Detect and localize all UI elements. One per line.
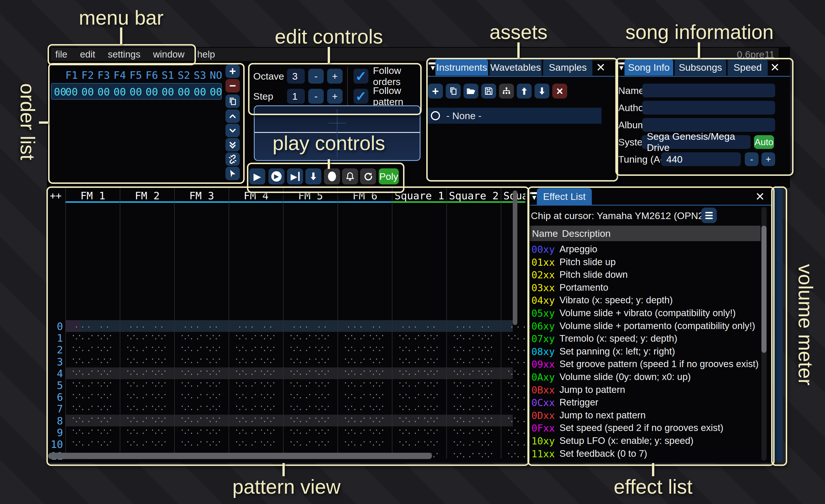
tab-song-info[interactable]: Song Info: [624, 59, 673, 76]
play-from-cursor-button[interactable]: ▶: [287, 168, 303, 184]
poly-button[interactable]: Poly: [379, 168, 399, 184]
record-button[interactable]: [324, 168, 340, 184]
channel-header-fm-3[interactable]: FM 3: [174, 190, 229, 201]
order-cell[interactable]: 00: [192, 86, 208, 98]
step-one-row-button[interactable]: [305, 168, 321, 184]
close-icon[interactable]: ×: [770, 60, 779, 74]
open-asset-button[interactable]: [463, 84, 478, 98]
play-button[interactable]: ▶: [249, 168, 265, 184]
tuning-field[interactable]: 440: [661, 152, 741, 166]
tab-samples[interactable]: Samples: [543, 59, 592, 76]
metronome-button[interactable]: [342, 168, 358, 184]
album-field[interactable]: [642, 118, 775, 132]
pattern-horizontal-scrollbar[interactable]: [48, 453, 432, 459]
tab-instruments[interactable]: Instruments: [435, 59, 488, 76]
order-cell[interactable]: 00: [208, 86, 224, 98]
tab-subsongs[interactable]: Subsongs: [675, 59, 726, 76]
effect-code: 00xy: [531, 244, 555, 255]
order-cell[interactable]: 00: [128, 86, 144, 98]
effect-list-scrollbar-thumb[interactable]: [761, 226, 766, 353]
step-minus-button[interactable]: -: [308, 89, 324, 104]
order-cell[interactable]: 00: [160, 86, 176, 98]
edit-controls-panel: Octave 3 - + Step 1 - + ✓ Follow orders …: [248, 63, 419, 112]
toggle-folder-view-button[interactable]: [499, 84, 514, 98]
channel-header-fm-2[interactable]: FM 2: [120, 190, 174, 201]
close-icon[interactable]: ×: [596, 60, 605, 74]
channel-header-fm-1[interactable]: FM 1: [66, 190, 120, 201]
octave-value[interactable]: 3: [287, 69, 305, 84]
channel-header-fm-4[interactable]: FM 4: [229, 190, 283, 201]
duplicate-asset-button[interactable]: [446, 84, 461, 98]
order-cell[interactable]: 00: [64, 86, 80, 98]
effect-description: Volume slide + portamento (compatibility…: [559, 321, 755, 331]
effect-code: 02xx: [531, 269, 555, 281]
octave-plus-button[interactable]: +: [327, 69, 343, 84]
channel-header-square-2[interactable]: Square 2: [447, 190, 501, 201]
record-icon: [328, 172, 336, 181]
play-pattern-button[interactable]: ▶: [269, 168, 285, 184]
follow-orders-checkbox[interactable]: ✓: [354, 69, 368, 84]
effect-description: Arpeggio: [559, 244, 597, 255]
order-cell[interactable]: 00: [96, 86, 112, 98]
follow-pattern-checkbox[interactable]: ✓: [354, 89, 368, 104]
pattern-corner-button[interactable]: ++: [50, 190, 62, 201]
channel-header-fm-5[interactable]: FM 5: [283, 190, 338, 201]
tab-wavetables[interactable]: Wavetables: [490, 59, 542, 76]
radio-icon: [431, 111, 440, 120]
duplicate-order-button[interactable]: [225, 94, 240, 108]
tab-speed[interactable]: Speed: [728, 59, 768, 76]
name-field[interactable]: [642, 84, 775, 97]
menu-item-settings[interactable]: settings: [108, 49, 140, 60]
follow-orders-label[interactable]: Follow orders: [373, 69, 419, 84]
save-asset-button[interactable]: [481, 84, 496, 98]
tuning-minus-button[interactable]: -: [745, 152, 759, 166]
menu-item-edit[interactable]: edit: [80, 49, 95, 60]
add-order-button[interactable]: +: [225, 65, 240, 78]
move-order-up-button[interactable]: [225, 109, 240, 123]
order-cell[interactable]: 00: [144, 86, 160, 98]
order-cell[interactable]: 00: [176, 86, 192, 98]
octave-label: Octave: [253, 69, 284, 84]
annotation-edit-controls: edit controls: [275, 25, 383, 48]
instrument-list-item[interactable]: - None -: [427, 108, 602, 124]
step-plus-button[interactable]: +: [327, 89, 343, 104]
author-field[interactable]: [642, 101, 775, 114]
pattern-row-number: 0: [48, 321, 63, 332]
double-chevron-down-icon: [228, 140, 237, 150]
channel-header-square-1[interactable]: Square 1: [392, 190, 447, 201]
effect-description: Setup LFO (x: enable; y: speed): [559, 435, 693, 446]
repeat-pattern-button[interactable]: [360, 168, 376, 184]
delete-asset-button[interactable]: ×: [552, 84, 567, 98]
menu-item-help[interactable]: help: [197, 49, 215, 60]
remove-order-button[interactable]: −: [225, 79, 240, 92]
move-asset-down-button[interactable]: [534, 84, 549, 98]
menu-item-window[interactable]: window: [153, 49, 184, 60]
move-order-down-more-button[interactable]: [225, 138, 240, 152]
pattern-view[interactable]: FM 1··· ·· ·· ······· ·· ·· ······· ·· ·…: [48, 187, 525, 462]
auto-system-button[interactable]: Auto: [754, 135, 774, 149]
play-circle-icon: ▶: [271, 171, 282, 182]
channel-underline: [120, 201, 174, 203]
move-order-down-button[interactable]: [225, 124, 240, 137]
order-cell[interactable]: 00: [112, 86, 128, 98]
pattern-row-number: 5: [48, 380, 63, 391]
octave-minus-button[interactable]: -: [308, 69, 324, 84]
add-asset-button[interactable]: +: [428, 84, 443, 98]
deep-clone-order-button[interactable]: [225, 152, 240, 166]
system-select[interactable]: Sega Genesis/Mega Drive: [642, 135, 751, 149]
pattern-cell[interactable]: ··· ·· ·· ····: [447, 452, 501, 462]
order-edit-mode-button[interactable]: [225, 167, 240, 180]
move-asset-up-button[interactable]: [517, 84, 532, 98]
pattern-vertical-scrollbar[interactable]: [513, 190, 517, 325]
order-cell[interactable]: 00: [80, 86, 96, 98]
cursor-arrow-icon: [228, 169, 237, 178]
follow-pattern-label[interactable]: Follow pattern: [373, 89, 419, 104]
volume-meter: [773, 188, 782, 461]
tuning-plus-button[interactable]: +: [761, 152, 775, 166]
step-value[interactable]: 1: [287, 89, 305, 104]
menu-item-file[interactable]: file: [55, 49, 67, 60]
annotation-pattern-view: pattern view: [232, 475, 340, 498]
channel-header-fm-6[interactable]: FM 6: [338, 190, 392, 201]
annotation-line-effect-list: [652, 463, 654, 476]
pattern-cell[interactable]: ··· ·· ·· ····: [501, 452, 525, 462]
